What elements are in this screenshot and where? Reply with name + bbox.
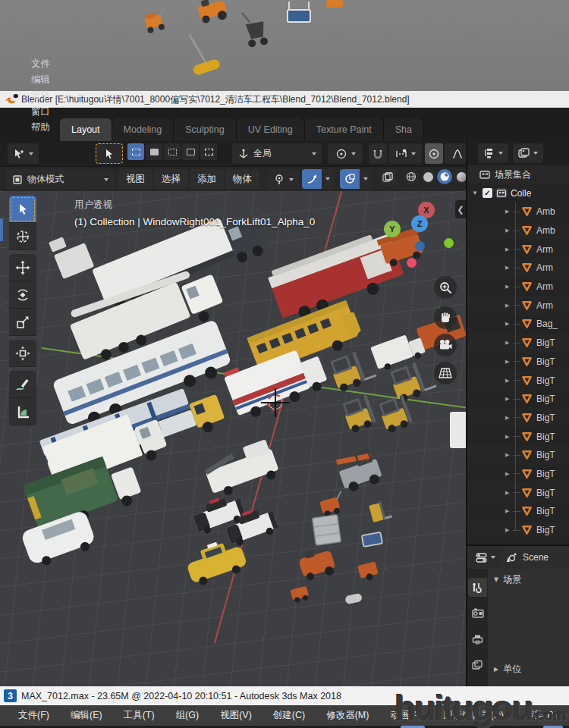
outliner-object-row[interactable]: ▶ BigT xyxy=(467,446,569,465)
tool-move[interactable] xyxy=(9,254,36,281)
max-background-viewport[interactable] xyxy=(0,0,569,91)
tool-annotate[interactable] xyxy=(9,371,36,398)
shading-wireframe-button[interactable] xyxy=(404,169,419,184)
vehicle-flatbed-parts[interactable] xyxy=(49,230,94,279)
menu-item[interactable]: 编辑 xyxy=(24,72,57,88)
expand-arrow-icon[interactable]: ▶ xyxy=(505,415,513,421)
workspace-tab[interactable]: Texture Paint xyxy=(305,118,384,141)
menu-item[interactable]: 文件 xyxy=(24,56,57,72)
max-menu-item[interactable]: 视图(V) xyxy=(209,709,262,722)
outliner-object-row[interactable]: ▶ Arm xyxy=(467,296,569,315)
gizmo-axis-z[interactable]: Z xyxy=(411,215,428,232)
expand-arrow-icon[interactable]: ▶ xyxy=(505,527,513,533)
outliner-object-row[interactable]: ▶ BigT xyxy=(467,521,569,540)
tool-transform[interactable] xyxy=(9,340,36,367)
select-mode-subtract[interactable] xyxy=(164,143,181,160)
menu-item[interactable]: 帮助 xyxy=(24,120,57,136)
viewport-menu-item[interactable]: 视图 xyxy=(118,169,152,189)
model-mower[interactable] xyxy=(319,491,347,518)
expand-arrow-icon[interactable]: ▶ xyxy=(505,471,513,477)
camera-view-button[interactable] xyxy=(434,334,457,356)
pan-button[interactable] xyxy=(434,306,457,329)
outliner-object-row[interactable]: ▶ Arm xyxy=(467,278,569,297)
menu-item[interactable]: 窗口 xyxy=(24,104,57,120)
disclosure-triangle-icon[interactable]: ▼ xyxy=(472,190,479,196)
collection-checkbox[interactable]: ✓ xyxy=(483,188,492,198)
select-mode-intersect[interactable] xyxy=(200,143,217,160)
expand-arrow-icon[interactable]: ▶ xyxy=(505,209,513,215)
select-mode-set[interactable] xyxy=(127,143,144,160)
workspace-tab[interactable]: Layout xyxy=(60,118,112,141)
editor-type-dropdown[interactable] xyxy=(478,143,508,163)
proportional-edit-toggle[interactable] xyxy=(425,143,443,164)
vehicle-forklift[interactable] xyxy=(388,359,438,404)
model-cart[interactable] xyxy=(357,561,379,582)
gizmo-axis-x-neg[interactable] xyxy=(407,258,417,268)
outliner-object-row[interactable]: ▶ BigT xyxy=(467,427,569,446)
viewport-menu-item[interactable]: 选择 xyxy=(154,169,188,189)
tool-cursor[interactable] xyxy=(9,223,36,250)
max-menu-item[interactable]: 文件(F) xyxy=(8,709,60,722)
display-mode-dropdown[interactable] xyxy=(513,143,543,163)
outliner-object-row[interactable]: ▶ BigT xyxy=(467,353,569,372)
outliner-object-row[interactable]: ▶ Amb xyxy=(467,221,569,240)
vehicle-forklift[interactable] xyxy=(341,395,377,435)
overlays-toggle-dropdown[interactable] xyxy=(340,169,372,189)
menu-item[interactable]: 渲染 xyxy=(24,88,57,104)
outliner-object-row[interactable]: ▶ Arm xyxy=(467,259,569,278)
tool-select-box[interactable] xyxy=(9,196,36,223)
max-menu-item[interactable]: 编辑(E) xyxy=(60,709,113,722)
select-box-tool-button[interactable] xyxy=(96,143,123,164)
expand-arrow-icon[interactable]: ▶ xyxy=(505,452,513,458)
viewport-menu-item[interactable]: 物体 xyxy=(225,169,259,189)
pivot-point-dropdown[interactable] xyxy=(328,143,363,164)
expand-arrow-icon[interactable]: ▶ xyxy=(505,228,513,234)
xray-toggle[interactable] xyxy=(379,169,396,186)
max-menu-item[interactable]: 创建(C) xyxy=(262,709,316,722)
model-small-mower[interactable] xyxy=(290,586,310,604)
vehicle-forklift[interactable] xyxy=(329,348,378,394)
model-roller[interactable] xyxy=(344,593,363,604)
perspective-toggle-button[interactable] xyxy=(434,362,457,384)
active-tool-dropdown[interactable] xyxy=(8,143,39,164)
workspace-tab[interactable]: Modeling xyxy=(112,118,174,141)
snap-target-dropdown[interactable] xyxy=(388,143,422,164)
expand-arrow-icon[interactable]: ▶ xyxy=(505,490,513,496)
max-menu-item[interactable]: 组(G) xyxy=(165,709,210,722)
vehicle-edge-truck[interactable] xyxy=(450,412,466,448)
outliner-object-row[interactable]: ▶ Arm xyxy=(467,240,569,259)
panel-scene[interactable]: ▶ 场景 xyxy=(488,569,569,591)
outliner-object-row[interactable]: ▶ Bag_ xyxy=(467,315,569,334)
transform-orientation-dropdown[interactable]: 全局 xyxy=(232,143,322,164)
outliner-object-row[interactable]: ▶ Amb xyxy=(467,202,569,221)
vehicle-forklift[interactable] xyxy=(377,395,413,435)
outliner-object-row[interactable]: ▶ BigT xyxy=(467,409,569,428)
outliner-object-row[interactable]: ▶ BigT xyxy=(467,390,569,409)
model-metal-container[interactable] xyxy=(313,515,341,545)
select-mode-invert[interactable] xyxy=(182,143,199,160)
model-blue-tray[interactable] xyxy=(362,532,382,547)
shading-solid-button[interactable] xyxy=(420,169,435,184)
gizmo-axis-y-neg[interactable] xyxy=(444,238,454,248)
expand-arrow-icon[interactable]: ▶ xyxy=(505,284,513,290)
tool-rotate[interactable] xyxy=(9,281,36,309)
vehicle-tow-truck[interactable] xyxy=(202,438,281,500)
workspace-tab[interactable]: Sculpting xyxy=(174,118,236,141)
outliner-object-row[interactable]: ▶ BigT xyxy=(467,465,569,484)
outliner-object-row[interactable]: ▶ BigT xyxy=(467,502,569,521)
expand-arrow-icon[interactable]: ▶ xyxy=(505,246,513,253)
panel-units[interactable]: ▶ 单位 xyxy=(488,658,569,680)
expand-arrow-icon[interactable]: ▶ xyxy=(505,321,513,327)
workspace-tab[interactable]: UV Editing xyxy=(237,118,305,141)
tab-tool[interactable] xyxy=(468,578,487,597)
gizmo-toggle-dropdown[interactable] xyxy=(302,169,334,189)
tool-measure[interactable] xyxy=(9,398,36,425)
gizmo-visibility-dropdown[interactable] xyxy=(267,169,299,190)
tab-view-layer[interactable] xyxy=(468,655,487,674)
tool-scale[interactable] xyxy=(9,309,36,336)
max-menu-item[interactable]: 修改器(M) xyxy=(316,709,379,722)
expand-arrow-icon[interactable]: ▶ xyxy=(505,396,513,402)
mode-dropdown[interactable]: 物体模式 xyxy=(6,169,114,190)
max-menu-item[interactable]: 工具(T) xyxy=(113,709,165,722)
expand-arrow-icon[interactable]: ▶ xyxy=(505,265,513,271)
